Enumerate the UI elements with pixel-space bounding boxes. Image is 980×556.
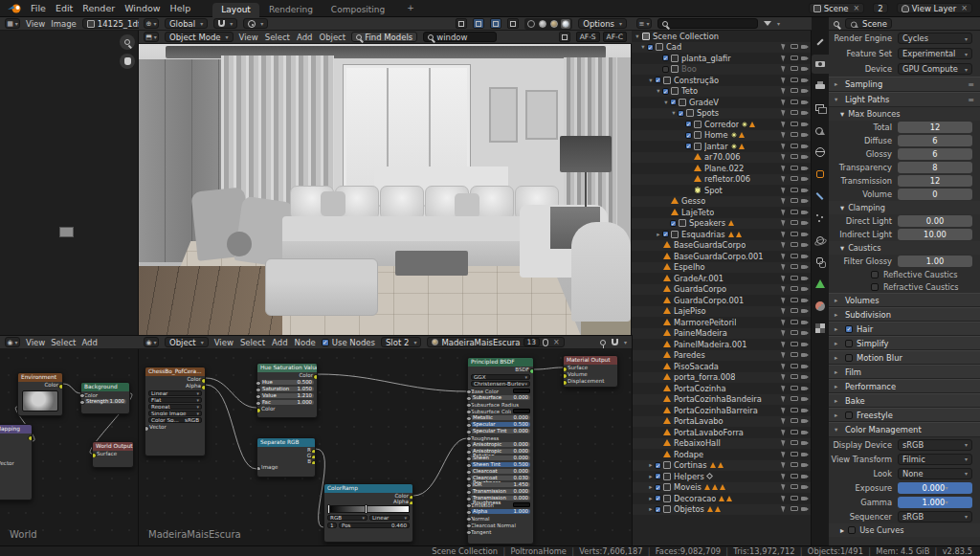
collection-checkbox[interactable] (655, 473, 661, 479)
topbar-menu-item[interactable]: Render (82, 3, 115, 13)
selectable-toggle-icon[interactable] (780, 197, 788, 205)
image-editor-menu-item[interactable]: View (26, 19, 45, 29)
node-param-row[interactable]: Fac Fac1.000 (257, 399, 317, 406)
viewport-visibility-toggle-icon[interactable] (791, 109, 798, 117)
row-label[interactable]: Teto (681, 86, 698, 96)
checkbox[interactable] (871, 271, 879, 278)
world-editor-menu-item[interactable]: View (26, 338, 45, 347)
shader-type-dropdown[interactable]: Object (165, 337, 209, 347)
render-visibility-toggle-icon[interactable] (801, 461, 809, 469)
field-dropdown[interactable]: Experimental▾ (898, 48, 972, 59)
node-param-row[interactable]: Metallic Metallic0.000 (468, 414, 533, 421)
expand-arrow[interactable]: ▾ (655, 87, 662, 95)
selectable-toggle-icon[interactable] (780, 439, 788, 447)
selectable-toggle-icon[interactable] (780, 385, 788, 392)
color-ramp-gradient[interactable] (327, 505, 410, 513)
af-button[interactable]: AF-C (603, 32, 627, 42)
render-visibility-toggle-icon[interactable] (801, 473, 809, 480)
find-models-button[interactable]: Find Models (351, 32, 417, 42)
expand-arrow[interactable]: ▾ (647, 77, 655, 84)
node-param-row[interactable]: Transmission Roughness Transmission Roug… (468, 495, 533, 501)
collection-checkbox[interactable] (662, 66, 669, 73)
collapsed-panel[interactable]: ▸ Film (829, 365, 980, 379)
subpanel-clamping[interactable]: ▾Clamping (829, 201, 980, 214)
viewport-menu-item[interactable]: Object (319, 33, 345, 42)
panel-sampling[interactable]: ▸Sampling≡ (829, 77, 980, 92)
panel-checkbox[interactable] (845, 340, 853, 347)
viewport-visibility-toggle-icon[interactable] (791, 263, 798, 271)
material-datablock[interactable]: MadeiraMaisEscura 13 × (427, 337, 564, 347)
outliner-row[interactable]: ar70.006 (632, 152, 812, 164)
render-visibility-toggle-icon[interactable] (801, 241, 809, 249)
row-label[interactable]: PortaLavabo (674, 416, 724, 426)
row-label[interactable]: Cad (666, 42, 681, 52)
outliner-row[interactable]: ▸ Helpers (632, 471, 812, 482)
checkbox[interactable] (871, 283, 879, 291)
node-param-row[interactable]: Sheen Tint Sheen Tint0.500 (468, 461, 533, 468)
panel-checkbox[interactable] (845, 354, 853, 362)
properties-tab[interactable] (812, 187, 829, 206)
scene-user-count[interactable]: 2 (873, 3, 887, 13)
row-label[interactable]: Moveis (674, 482, 702, 492)
viewport-visibility-toggle-icon[interactable] (791, 253, 798, 260)
viewport-visibility-toggle-icon[interactable] (791, 197, 798, 205)
ramp-index-field[interactable]: 1 (327, 523, 337, 528)
selectable-toggle-icon[interactable] (780, 363, 788, 370)
row-label[interactable]: porta_forra.008 (674, 372, 735, 382)
viewport-visibility-toggle-icon[interactable] (791, 495, 798, 502)
row-label[interactable]: PainelMadeira.001 (674, 340, 747, 349)
field-dropdown[interactable]: Cycles▾ (898, 33, 972, 44)
node-dropdown[interactable]: Repeat▾ (148, 404, 202, 410)
row-label[interactable]: Scene Collection (653, 32, 719, 41)
viewport-visibility-toggle-icon[interactable] (791, 429, 798, 436)
render-visibility-toggle-icon[interactable] (801, 65, 809, 73)
selectable-toggle-icon[interactable] (780, 87, 788, 95)
render-visibility-toggle-icon[interactable] (801, 55, 809, 62)
field-number[interactable]: 12 (898, 175, 972, 187)
row-label[interactable]: Paredes (674, 350, 705, 360)
field-number[interactable]: 0 (898, 189, 972, 200)
viewport-visibility-toggle-icon[interactable] (791, 275, 798, 282)
viewport-visibility-toggle-icon[interactable] (791, 319, 798, 326)
collapsed-panel[interactable]: ▸ Simplify (829, 336, 980, 350)
ramp-handle-black[interactable] (328, 505, 329, 513)
outliner-row[interactable]: Boo (632, 64, 812, 76)
row-label[interactable]: Helpers (674, 472, 704, 481)
selectable-toggle-icon[interactable] (780, 253, 788, 260)
field-number[interactable]: 8 (898, 162, 972, 173)
principled-bsdf-node[interactable]: Principled BSDF BSDF GGX▾Christensen-Bur… (467, 357, 534, 545)
render-visibility-toggle-icon[interactable] (801, 109, 809, 117)
expand-arrow[interactable]: ▸ (647, 483, 655, 491)
row-label[interactable]: PortaCozinhaBarreira (674, 406, 758, 415)
preset-menu-icon[interactable]: ≡ (968, 96, 974, 104)
render-visibility-toggle-icon[interactable] (801, 439, 809, 447)
collapsed-panel[interactable]: ▸ Subdivision (829, 307, 980, 322)
collection-checkbox[interactable] (662, 88, 669, 95)
node-param-row[interactable]: Color Color (81, 391, 129, 398)
world-editor-menu-item[interactable]: Select (51, 338, 76, 347)
viewport-options-dropdown[interactable]: Options (578, 18, 627, 29)
row-label[interactable]: MarmorePeitoril (674, 318, 736, 327)
outliner-row[interactable]: PortaLavabo (632, 416, 812, 428)
render-visibility-toggle-icon[interactable] (801, 165, 809, 172)
row-label[interactable]: GradeV (689, 98, 719, 107)
selectable-toggle-icon[interactable] (780, 307, 788, 315)
collapsed-panel[interactable]: ▸ Volumes (829, 293, 980, 307)
node-param-row[interactable]: Tangent Tangent (468, 528, 533, 535)
render-visibility-toggle-icon[interactable] (801, 495, 809, 502)
outliner-row[interactable]: ▾ Spots (632, 108, 812, 120)
filter-funnel-icon[interactable] (764, 21, 771, 26)
snapping-dropdown[interactable] (213, 18, 237, 29)
colorspace-dropdown[interactable]: Color Sp...sRGB (148, 417, 202, 423)
mode-dropdown[interactable]: Object Mode (165, 32, 234, 42)
shader-editor-menu-item[interactable]: View (214, 338, 234, 347)
field-value-widget[interactable]: 1.000▾ (898, 497, 972, 508)
viewport-visibility-toggle-icon[interactable] (791, 297, 798, 304)
slot-dropdown[interactable]: Slot 2 (381, 337, 421, 347)
collection-checkbox[interactable] (655, 484, 661, 491)
viewport-visibility-toggle-icon[interactable] (791, 241, 798, 249)
unlink-scene-icon[interactable]: × (854, 4, 860, 12)
properties-tab[interactable] (812, 297, 829, 316)
viewport-visibility-toggle-icon[interactable] (791, 351, 798, 359)
render-visibility-toggle-icon[interactable] (801, 231, 809, 238)
